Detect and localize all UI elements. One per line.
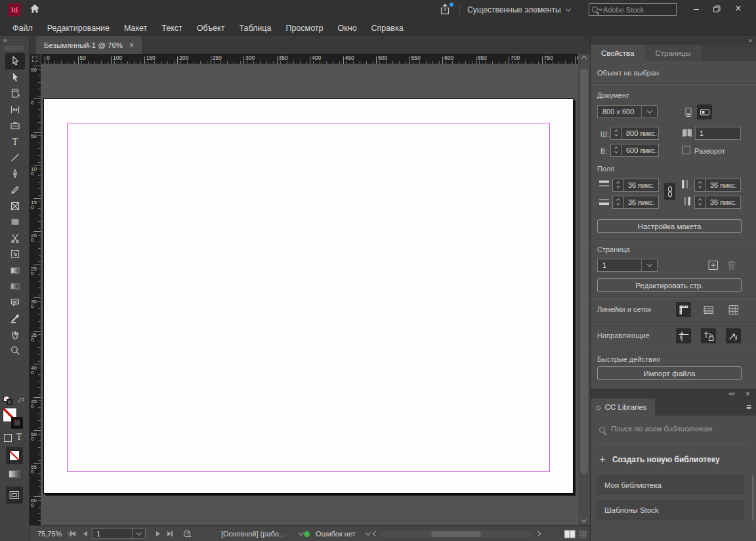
document-grid-button[interactable] [726, 302, 741, 317]
stock-search-input[interactable] [603, 6, 660, 14]
tab-pages[interactable]: Страницы [645, 45, 702, 61]
dock-collapse-button[interactable]: » [748, 37, 751, 44]
facing-pages-checkbox[interactable] [682, 146, 690, 154]
menu-item-6[interactable]: Таблица [232, 21, 278, 35]
orientation-landscape-button[interactable] [697, 104, 712, 119]
margin-top-field[interactable] [623, 179, 659, 192]
line-tool[interactable] [5, 150, 25, 166]
menu-item-1[interactable]: Файл [5, 21, 40, 35]
width-stepper[interactable] [610, 127, 621, 140]
pen-tool[interactable] [5, 166, 25, 183]
direct-selection-tool[interactable] [5, 70, 25, 86]
content-collector-tool[interactable] [5, 118, 25, 134]
height-stepper[interactable] [610, 144, 621, 157]
split-view-icon[interactable] [564, 526, 576, 541]
type-tool[interactable]: T [5, 134, 25, 150]
menu-item-2[interactable]: Редактирование [40, 21, 117, 35]
screen-mode-button[interactable] [6, 487, 23, 504]
menu-item-8[interactable]: Окно [331, 21, 364, 35]
link-margins-icon[interactable] [664, 183, 675, 200]
edit-page-button[interactable]: Редактировать стр. [597, 278, 742, 292]
last-page-button[interactable] [167, 526, 173, 541]
adobe-stock-search[interactable] [589, 3, 677, 16]
margin-left-field[interactable] [705, 179, 741, 192]
margin-right-input[interactable] [706, 198, 740, 206]
pasteboard[interactable] [41, 64, 578, 525]
apply-gradient-button[interactable] [9, 469, 20, 481]
library-scrollbar-thumb[interactable] [752, 475, 754, 521]
vertical-scrollbar[interactable] [578, 54, 590, 525]
page-number-input[interactable] [93, 530, 132, 538]
scroll-up-icon[interactable] [578, 54, 590, 63]
height-input[interactable] [622, 146, 658, 154]
tools-collapse-button[interactable]: » [3, 37, 7, 44]
next-page-button[interactable] [156, 526, 160, 541]
scroll-down-icon[interactable] [578, 516, 590, 525]
margin-right-field[interactable] [705, 196, 741, 209]
current-page-select[interactable]: 1 [597, 259, 658, 272]
layout-adjust-button[interactable]: Настройка макета [597, 219, 742, 233]
default-fill-stroke-icon[interactable] [3, 396, 12, 405]
margin-right-stepper[interactable] [694, 196, 705, 209]
menu-item-4[interactable]: Текст [154, 21, 189, 35]
height-field[interactable] [621, 144, 659, 157]
zoom-tool[interactable] [5, 343, 25, 359]
tab-properties[interactable]: Свойства [591, 45, 645, 61]
page-tool[interactable] [5, 85, 25, 102]
window-close-button[interactable]: × [728, 0, 748, 17]
note-tool[interactable] [5, 295, 25, 311]
margin-top-stepper[interactable] [612, 179, 623, 192]
width-input[interactable] [622, 129, 658, 137]
color-theme-eyedropper-tool[interactable] [5, 311, 25, 327]
add-page-button[interactable] [708, 260, 719, 272]
vertical-ruler[interactable]: 50050100150200250300350400450500550600 [30, 64, 41, 525]
library-search-input[interactable]: Поиск по всем библиотекам [611, 425, 712, 433]
library-list-item[interactable]: Шаблоны Stock [597, 500, 744, 520]
tab-cc-libraries[interactable]: ◇ CC Libraries [591, 399, 655, 416]
library-list-item[interactable]: Моя библиотека [597, 475, 744, 495]
pencil-tool[interactable] [5, 182, 25, 198]
menu-item-3[interactable]: Макет [117, 21, 154, 35]
margin-left-stepper[interactable] [694, 179, 705, 192]
scissors-tool[interactable] [5, 230, 25, 247]
import-file-button[interactable]: Импорт файла [597, 366, 742, 380]
page-number-field[interactable] [92, 529, 146, 539]
menu-item-5[interactable]: Объект [190, 21, 232, 35]
gradient-swatch-tool[interactable] [5, 263, 25, 279]
tools-drag-grip[interactable] [5, 46, 24, 51]
margin-bottom-stepper[interactable] [612, 196, 623, 209]
apply-none-button[interactable] [6, 447, 23, 464]
margin-bottom-input[interactable] [624, 198, 658, 206]
gap-tool[interactable] [5, 102, 25, 118]
show-rulers-button[interactable] [676, 302, 691, 317]
free-transform-tool[interactable] [5, 246, 25, 263]
horizontal-scrollbar[interactable] [381, 531, 532, 537]
previous-page-button[interactable] [83, 526, 87, 541]
baseline-grid-button[interactable] [701, 302, 716, 317]
zoom-level-control[interactable]: 75,75% [37, 526, 72, 541]
rectangle-frame-tool[interactable] [5, 198, 25, 215]
document-tab[interactable]: Безымянный-1 @ 76% × [36, 36, 142, 54]
rectangle-tool[interactable] [5, 214, 25, 230]
stroke-swatch[interactable] [11, 417, 23, 429]
hamburger-icon[interactable]: ≡ [746, 402, 751, 412]
margin-top-input[interactable] [624, 181, 658, 189]
home-button[interactable] [28, 3, 42, 16]
close-panel-icon[interactable]: × [746, 389, 750, 399]
margin-left-input[interactable] [706, 181, 740, 189]
window-minimize-button[interactable]: – [686, 0, 706, 17]
selection-tool[interactable] [5, 53, 25, 70]
menu-item-7[interactable]: Просмотр [278, 21, 330, 35]
document-page[interactable] [43, 98, 574, 494]
page-list-dropdown[interactable] [132, 529, 145, 538]
collapse-panel-icon[interactable]: «« [728, 390, 734, 397]
menu-item-9[interactable]: Справка [364, 21, 411, 35]
vertical-scrollbar-thumb[interactable] [580, 68, 588, 474]
resize-grip[interactable] [579, 530, 587, 538]
preflight-status[interactable]: Ошибок нет [304, 526, 370, 541]
hand-tool[interactable] [5, 327, 25, 343]
workspace-switcher[interactable]: Существенные элементы [467, 3, 570, 16]
horizontal-scrollbar-thumb[interactable] [431, 531, 481, 537]
width-field[interactable] [621, 127, 659, 140]
create-library-button[interactable]: + Создать новую библиотеку [599, 453, 720, 466]
